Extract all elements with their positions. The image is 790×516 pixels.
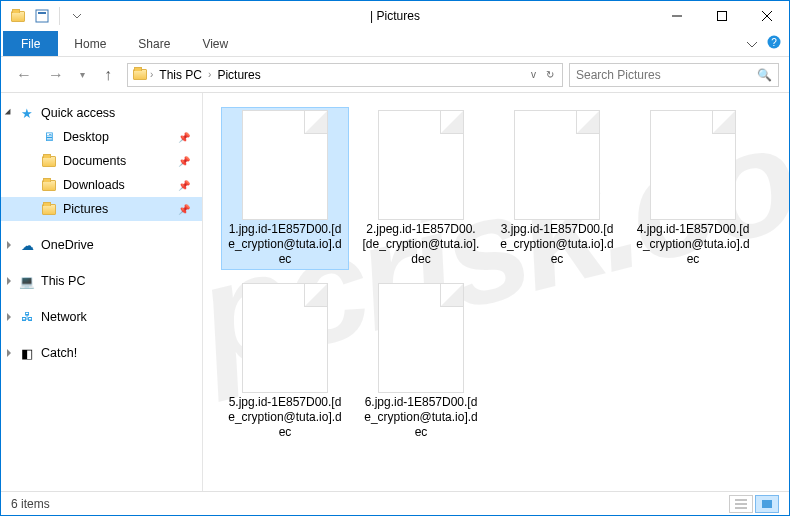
sidebar-item-onedrive[interactable]: ☁ OneDrive (1, 233, 202, 257)
file-tab[interactable]: File (3, 31, 58, 56)
file-thumbnail (378, 110, 464, 220)
cloud-icon: ☁ (19, 237, 35, 253)
file-name: 4.jpg.id-1E857D00.[de_cryption@tuta.io].… (632, 220, 754, 267)
history-dropdown-icon[interactable]: ▾ (75, 62, 89, 88)
file-name: 6.jpg.id-1E857D00.[de_cryption@tuta.io].… (360, 393, 482, 440)
forward-button[interactable]: → (43, 62, 69, 88)
pin-icon: 📌 (178, 156, 190, 167)
navigation-pane: ★ Quick access 🖥 Desktop 📌 Documents 📌 D… (1, 93, 203, 491)
item-count: 6 items (11, 497, 50, 511)
breadcrumb-pictures[interactable]: Pictures (213, 68, 264, 82)
star-icon: ★ (19, 105, 35, 121)
chevron-right-icon[interactable]: › (208, 69, 211, 80)
pin-icon: 📌 (178, 132, 190, 143)
sidebar-item-label: Pictures (63, 202, 108, 216)
pin-icon: 📌 (178, 180, 190, 191)
status-bar: 6 items (1, 491, 789, 515)
file-name: 1.jpg.id-1E857D00.[de_cryption@tuta.io].… (224, 220, 346, 267)
file-item[interactable]: 3.jpg.id-1E857D00.[de_cryption@tuta.io].… (493, 107, 621, 270)
folder-icon (41, 153, 57, 169)
sidebar-item-label: Desktop (63, 130, 109, 144)
file-item[interactable]: 2.jpeg.id-1E857D00.[de_cryption@tuta.io]… (357, 107, 485, 270)
file-item[interactable]: 6.jpg.id-1E857D00.[de_cryption@tuta.io].… (357, 280, 485, 443)
search-placeholder: Search Pictures (576, 68, 661, 82)
file-thumbnail (514, 110, 600, 220)
refresh-icon[interactable]: ↻ (542, 69, 558, 80)
breadcrumb[interactable]: › This PC › Pictures v ↻ (127, 63, 563, 87)
breadcrumb-this-pc[interactable]: This PC (155, 68, 206, 82)
file-name: 5.jpg.id-1E857D00.[de_cryption@tuta.io].… (224, 393, 346, 440)
svg-rect-3 (717, 12, 726, 21)
file-item[interactable]: 1.jpg.id-1E857D00.[de_cryption@tuta.io].… (221, 107, 349, 270)
file-name: 2.jpeg.id-1E857D00.[de_cryption@tuta.io]… (360, 220, 482, 267)
sidebar-item-label: This PC (41, 274, 85, 288)
file-thumbnail (242, 110, 328, 220)
sidebar-item-quick-access[interactable]: ★ Quick access (1, 101, 202, 125)
back-button[interactable]: ← (11, 62, 37, 88)
svg-rect-0 (36, 10, 48, 22)
sidebar-item-network[interactable]: 🖧 Network (1, 305, 202, 329)
tab-home[interactable]: Home (58, 31, 122, 56)
file-list[interactable]: 1.jpg.id-1E857D00.[de_cryption@tuta.io].… (203, 93, 789, 491)
folder-icon (41, 177, 57, 193)
close-button[interactable] (744, 1, 789, 31)
search-icon[interactable]: 🔍 (757, 68, 772, 82)
sidebar-item-catch[interactable]: ◧ Catch! (1, 341, 202, 365)
svg-rect-1 (38, 12, 46, 14)
file-item[interactable]: 5.jpg.id-1E857D00.[de_cryption@tuta.io].… (221, 280, 349, 443)
catch-icon: ◧ (19, 345, 35, 361)
svg-rect-11 (762, 500, 772, 508)
qat-dropdown-icon[interactable] (66, 5, 88, 27)
folder-icon (7, 5, 29, 27)
sidebar-item-documents[interactable]: Documents 📌 (1, 149, 202, 173)
sidebar-item-label: Network (41, 310, 87, 324)
icons-view-button[interactable] (755, 495, 779, 513)
title-bar: | Pictures (1, 1, 789, 31)
tab-view[interactable]: View (186, 31, 244, 56)
chevron-right-icon[interactable]: › (150, 69, 153, 80)
sidebar-item-downloads[interactable]: Downloads 📌 (1, 173, 202, 197)
pin-icon: 📌 (178, 204, 190, 215)
network-icon: 🖧 (19, 309, 35, 325)
minimize-button[interactable] (654, 1, 699, 31)
ribbon: File Home Share View ? (1, 31, 789, 57)
ribbon-expand-icon[interactable] (747, 35, 757, 53)
breadcrumb-dropdown-icon[interactable]: v (527, 69, 540, 80)
search-input[interactable]: Search Pictures 🔍 (569, 63, 779, 87)
file-thumbnail (378, 283, 464, 393)
pc-icon: 💻 (19, 273, 35, 289)
sidebar-item-label: Catch! (41, 346, 77, 360)
svg-text:?: ? (771, 37, 777, 48)
sidebar-item-label: Documents (63, 154, 126, 168)
properties-icon[interactable] (31, 5, 53, 27)
address-bar: ← → ▾ ↑ › This PC › Pictures v ↻ Search … (1, 57, 789, 93)
details-view-button[interactable] (729, 495, 753, 513)
maximize-button[interactable] (699, 1, 744, 31)
sidebar-item-pictures[interactable]: Pictures 📌 (1, 197, 202, 221)
help-icon[interactable]: ? (767, 35, 781, 53)
sidebar-item-this-pc[interactable]: 💻 This PC (1, 269, 202, 293)
desktop-icon: 🖥 (41, 129, 57, 145)
up-button[interactable]: ↑ (95, 62, 121, 88)
sidebar-item-desktop[interactable]: 🖥 Desktop 📌 (1, 125, 202, 149)
folder-icon (132, 67, 148, 83)
sidebar-item-label: Quick access (41, 106, 115, 120)
quick-access-toolbar (1, 5, 94, 27)
file-item[interactable]: 4.jpg.id-1E857D00.[de_cryption@tuta.io].… (629, 107, 757, 270)
sidebar-item-label: Downloads (63, 178, 125, 192)
tab-share[interactable]: Share (122, 31, 186, 56)
file-thumbnail (650, 110, 736, 220)
folder-icon (41, 201, 57, 217)
file-thumbnail (242, 283, 328, 393)
sidebar-item-label: OneDrive (41, 238, 94, 252)
file-name: 3.jpg.id-1E857D00.[de_cryption@tuta.io].… (496, 220, 618, 267)
